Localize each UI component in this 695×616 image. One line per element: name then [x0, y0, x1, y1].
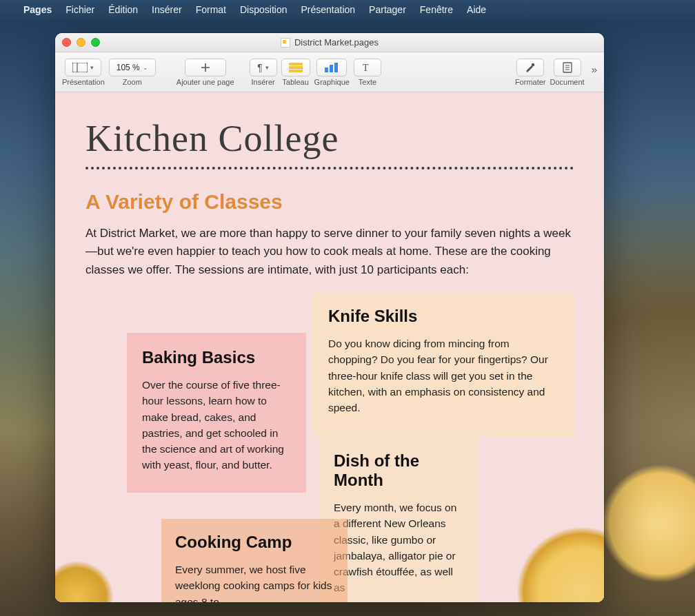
- chart-label: Graphique: [314, 78, 350, 86]
- document-label: Document: [550, 78, 585, 86]
- menu-edit[interactable]: Édition: [101, 4, 145, 15]
- card-knife-skills[interactable]: Knife Skills Do you know dicing from min…: [313, 291, 575, 436]
- svg-point-11: [532, 63, 534, 65]
- card-body: Every month, we focus on a different New…: [334, 500, 465, 596]
- window-title: District Market.pages: [294, 37, 379, 48]
- document-page: Kitchen College A Variety of Classes At …: [55, 92, 604, 602]
- card-title: Dish of the Month: [334, 451, 465, 490]
- chevron-down-icon: ▾: [90, 64, 94, 71]
- card-body: Every summer, we host five weeklong cook…: [175, 562, 335, 602]
- chart-button[interactable]: [316, 59, 347, 76]
- brush-icon: [524, 62, 536, 73]
- section-heading[interactable]: A Variety of Classes: [85, 190, 574, 214]
- menubar: Pages Fichier Édition Insérer Format Dis…: [0, 0, 695, 19]
- fullscreen-icon[interactable]: [91, 38, 100, 47]
- view-icon: [72, 63, 88, 72]
- chevron-down-icon: ▾: [265, 64, 269, 71]
- table-label: Tableau: [282, 78, 309, 86]
- menu-window[interactable]: Fenêtre: [413, 4, 460, 15]
- document-button[interactable]: [554, 59, 581, 76]
- presentation-button[interactable]: ▾: [65, 59, 101, 76]
- svg-rect-4: [289, 63, 303, 65]
- menu-file[interactable]: Fichier: [59, 4, 101, 15]
- chart-icon: [324, 63, 339, 72]
- divider-dotted: [85, 167, 574, 170]
- zoom-label: Zoom: [123, 78, 142, 86]
- chevron-down-icon: ⌄: [143, 64, 148, 71]
- svg-rect-5: [289, 66, 303, 69]
- card-body: Over the course of five three-hour lesso…: [142, 377, 294, 473]
- insert-button[interactable]: ¶ ▾: [250, 59, 277, 76]
- page-title[interactable]: Kitchen College: [85, 117, 574, 160]
- text-icon: T: [362, 63, 373, 72]
- insert-label: Insérer: [251, 78, 274, 86]
- card-title: Knife Skills: [328, 307, 560, 326]
- table-icon: [289, 63, 303, 72]
- menu-format[interactable]: Format: [189, 4, 233, 15]
- menu-app[interactable]: Pages: [17, 4, 59, 15]
- document-canvas[interactable]: Kitchen College A Variety of Classes At …: [55, 92, 604, 602]
- add-page-label: Ajouter une page: [177, 78, 234, 86]
- text-label: Texte: [359, 78, 376, 86]
- svg-rect-8: [330, 65, 333, 72]
- window-controls: [62, 38, 100, 47]
- menu-help[interactable]: Aide: [460, 4, 493, 15]
- toolbar: ▾ Présentation 105 % ⌄ Zoom Ajouter une …: [55, 52, 604, 92]
- toolbar-overflow-icon[interactable]: »: [592, 59, 597, 75]
- menu-presentation[interactable]: Présentation: [294, 4, 362, 15]
- card-title: Baking Basics: [142, 348, 294, 367]
- svg-rect-0: [72, 63, 88, 72]
- card-title: Cooking Camp: [175, 533, 335, 552]
- add-page-button[interactable]: [185, 59, 226, 76]
- zoom-dropdown[interactable]: 105 % ⌄: [109, 59, 156, 76]
- intro-paragraph[interactable]: At District Market, we are more than hap…: [85, 225, 574, 279]
- menu-insert[interactable]: Insérer: [145, 4, 189, 15]
- menu-disposition[interactable]: Disposition: [233, 4, 294, 15]
- svg-rect-6: [289, 70, 303, 72]
- table-button[interactable]: [281, 59, 310, 76]
- card-body: Do you know dicing from mincing from cho…: [328, 336, 560, 415]
- card-baking-basics[interactable]: Baking Basics Over the course of five th…: [127, 333, 306, 493]
- menu-share[interactable]: Partager: [362, 4, 413, 15]
- cards-layout: Knife Skills Do you know dicing from min…: [85, 291, 574, 602]
- zoom-value: 105 %: [117, 63, 140, 72]
- plus-icon: [200, 62, 211, 73]
- text-button[interactable]: T: [354, 59, 381, 76]
- svg-rect-9: [334, 63, 338, 72]
- paragraph-icon: ¶: [257, 62, 263, 73]
- presentation-label: Présentation: [62, 78, 105, 86]
- window-titlebar[interactable]: District Market.pages: [55, 33, 604, 52]
- format-label: Formater: [515, 78, 546, 86]
- document-icon: [563, 62, 572, 73]
- format-button[interactable]: [516, 59, 544, 76]
- card-cooking-camp[interactable]: Cooking Camp Every summer, we host five …: [161, 519, 348, 602]
- app-window: District Market.pages ▾ Présentation 105…: [55, 33, 604, 602]
- svg-rect-7: [325, 68, 328, 72]
- document-icon: [281, 38, 290, 48]
- close-icon[interactable]: [62, 38, 71, 47]
- svg-text:T: T: [363, 63, 369, 72]
- minimize-icon[interactable]: [77, 38, 85, 47]
